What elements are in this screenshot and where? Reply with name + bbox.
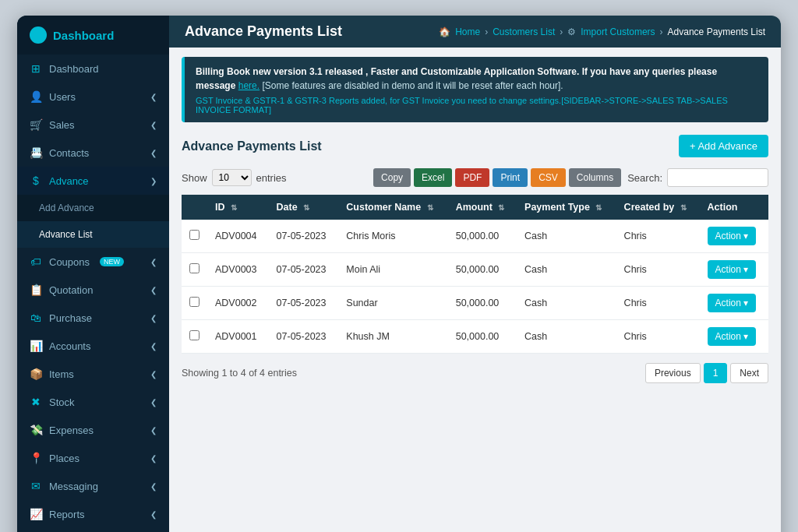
sidebar-item-reports[interactable]: 📈 Reports ❮ — [17, 500, 169, 528]
sidebar-label-advance-list: Advance List — [39, 229, 93, 240]
pagination-row: Showing 1 to 4 of 4 entries Previous 1 N… — [182, 363, 768, 383]
row-date: 07-05-2023 — [269, 253, 339, 287]
sidebar-item-places[interactable]: 📍 Places ❮ — [17, 444, 169, 472]
page-title: Advance Payments List — [185, 23, 342, 40]
messaging-icon: ✉ — [30, 480, 42, 492]
row-customer: Chris Moris — [338, 220, 447, 253]
row-checkbox[interactable] — [182, 253, 207, 287]
row-amount: 50,000.00 — [448, 287, 517, 320]
import-icon: ⚙ — [567, 26, 576, 37]
dashboard-icon: ⊞ — [30, 62, 42, 75]
chevron-icon: ❮ — [150, 149, 157, 157]
table-row: ADV0002 07-05-2023 Sundar 50,000.00 Cash… — [182, 287, 768, 320]
row-payment-type: Cash — [517, 287, 616, 320]
th-created-by[interactable]: Created by ⇅ — [616, 195, 700, 220]
alert-link[interactable]: here. — [238, 80, 260, 91]
sidebar-item-messaging[interactable]: ✉ Messaging ❮ — [17, 472, 169, 500]
sidebar-item-expenses[interactable]: 💸 Expenses ❮ — [17, 416, 169, 444]
sidebar-item-stock[interactable]: ✖ Stock ❮ — [17, 388, 169, 416]
row-checkbox[interactable] — [182, 220, 207, 253]
content-header: Advance Payments List + Add Advance — [182, 135, 768, 157]
breadcrumb-sep: › — [485, 26, 488, 37]
print-button[interactable]: Print — [493, 168, 528, 187]
pdf-button[interactable]: PDF — [455, 168, 489, 187]
sidebar-item-coupons[interactable]: 🏷 Coupons NEW ❮ — [17, 248, 169, 276]
breadcrumb-home[interactable]: Home — [455, 26, 480, 37]
sidebar-item-purchase[interactable]: 🛍 Purchase ❮ — [17, 304, 169, 332]
coupons-icon: 🏷 — [30, 255, 42, 268]
sidebar-label-sales: Sales — [49, 119, 75, 131]
chevron-icon: ❮ — [150, 482, 157, 491]
row-checkbox[interactable] — [182, 287, 207, 320]
new-badge: NEW — [100, 257, 124, 266]
row-payment-type: Cash — [517, 253, 616, 287]
sidebar-item-dashboard[interactable]: ⊞ Dashboard — [17, 55, 169, 83]
columns-button[interactable]: Columns — [569, 168, 621, 187]
sidebar-item-warehouse[interactable]: 🏭 Warehouse ❮ — [17, 528, 169, 532]
breadcrumb-sep: › — [660, 26, 663, 37]
sidebar-item-advance-list[interactable]: Advance List — [17, 221, 169, 248]
sidebar-label-users: Users — [49, 91, 76, 103]
showing-text: Showing 1 to 4 of 4 entries — [182, 368, 297, 379]
copy-button[interactable]: Copy — [373, 168, 411, 187]
breadcrumb-customers-list[interactable]: Customers List — [493, 26, 555, 37]
sidebar-item-sales[interactable]: 🛒 Sales ❮ — [17, 111, 169, 139]
action-button[interactable]: Action ▾ — [708, 227, 757, 245]
th-id[interactable]: ID ⇅ — [207, 195, 269, 220]
th-action: Action — [700, 195, 768, 220]
alert-extra: [Some features are disabled in demo and … — [262, 80, 563, 91]
table-row: ADV0001 07-05-2023 Khush JM 50,000.00 Ca… — [182, 320, 768, 354]
table-header-row: ID ⇅ Date ⇅ Customer Name ⇅ Amount ⇅ Pay… — [182, 195, 768, 220]
next-button[interactable]: Next — [730, 363, 768, 383]
sidebar-item-add-advance[interactable]: Add Advance — [17, 195, 169, 221]
row-payment-type: Cash — [517, 220, 616, 253]
row-customer: Sundar — [338, 287, 447, 320]
entries-select[interactable]: 102550100 — [212, 169, 252, 186]
chevron-icon: ❮ — [150, 286, 157, 294]
action-button[interactable]: Action ▾ — [708, 294, 757, 312]
add-advance-button[interactable]: + Add Advance — [679, 135, 768, 157]
sidebar-label-add-advance: Add Advance — [39, 203, 94, 213]
stock-icon: ✖ — [30, 396, 42, 408]
action-button[interactable]: Action ▾ — [708, 260, 757, 279]
row-date: 07-05-2023 — [269, 320, 339, 354]
sidebar-label-quotation: Quotation — [49, 284, 93, 296]
th-customer[interactable]: Customer Name ⇅ — [338, 195, 447, 220]
row-id: ADV0004 — [207, 220, 269, 253]
chevron-icon: ❮ — [150, 398, 157, 407]
row-created-by: Chris — [616, 253, 700, 287]
th-date[interactable]: Date ⇅ — [269, 195, 339, 220]
row-action: Action ▾ — [700, 220, 768, 253]
contacts-icon: 📇 — [30, 146, 42, 159]
sidebar-label-places: Places — [49, 453, 79, 464]
chevron-icon: ❮ — [150, 93, 157, 101]
search-input[interactable] — [667, 168, 768, 187]
csv-button[interactable]: CSV — [531, 168, 566, 187]
alert-gst: GST Invoice & GSTR-1 & GSTR-3 Reports ad… — [196, 96, 757, 115]
sidebar-item-users[interactable]: 👤 Users ❮ — [17, 83, 169, 111]
chevron-icon: ❮ — [150, 426, 157, 435]
items-icon: 📦 — [30, 368, 42, 380]
action-button[interactable]: Action ▾ — [708, 327, 757, 346]
page-1-button[interactable]: 1 — [704, 363, 728, 383]
breadcrumb: 🏠 Home › Customers List › ⚙ Import Custo… — [439, 26, 765, 37]
sidebar-item-accounts[interactable]: 📊 Accounts ❮ — [17, 332, 169, 360]
th-amount[interactable]: Amount ⇅ — [448, 195, 517, 220]
sidebar-item-contacts[interactable]: 📇 Contacts ❮ — [17, 139, 169, 167]
chevron-icon: ❮ — [150, 258, 157, 266]
sidebar-item-quotation[interactable]: 📋 Quotation ❮ — [17, 276, 169, 304]
sort-icon: ⇅ — [303, 203, 309, 212]
row-created-by: Chris — [616, 220, 700, 253]
excel-button[interactable]: Excel — [414, 168, 452, 187]
th-payment-type[interactable]: Payment Type ⇅ — [517, 195, 616, 220]
sidebar-item-items[interactable]: 📦 Items ❮ — [17, 360, 169, 388]
sidebar-logo[interactable]: Dashboard — [17, 16, 169, 55]
breadcrumb-import-customers[interactable]: Import Customers — [581, 26, 655, 37]
sort-icon: ⇅ — [595, 203, 602, 212]
prev-button[interactable]: Previous — [645, 363, 701, 383]
row-checkbox[interactable] — [182, 320, 207, 354]
row-id: ADV0003 — [207, 253, 269, 287]
quotation-icon: 📋 — [30, 284, 42, 296]
sidebar-item-advance[interactable]: $ Advance ❯ — [17, 167, 169, 195]
table-buttons: Copy Excel PDF Print CSV Columns — [373, 168, 621, 187]
